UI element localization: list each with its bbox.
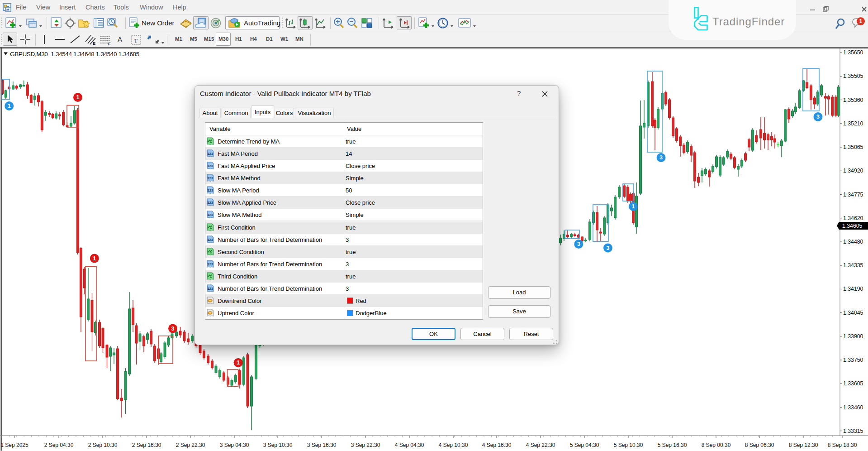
svg-text:8 Sep 18:30: 8 Sep 18:30: [828, 442, 857, 448]
svg-text:3: 3: [816, 114, 820, 120]
svg-text:1: 1: [859, 18, 863, 24]
svg-text:1.34480: 1.34480: [843, 239, 863, 245]
svg-text:1.33605: 1.33605: [843, 380, 863, 387]
svg-text:2 Sep 04:30: 2 Sep 04:30: [44, 442, 74, 448]
svg-text:3 Sep 16:30: 3 Sep 16:30: [307, 442, 337, 448]
svg-text:5 Sep 16:30: 5 Sep 16:30: [658, 442, 687, 448]
svg-text:123: 123: [207, 164, 213, 168]
svg-text:3: 3: [607, 245, 610, 251]
svg-text:1.33900: 1.33900: [843, 333, 863, 340]
svg-text:3: 3: [577, 241, 580, 247]
svg-text:123: 123: [207, 287, 213, 291]
svg-text:1.35360: 1.35360: [843, 97, 863, 103]
svg-text:8 Sep 00:30: 8 Sep 00:30: [702, 442, 731, 448]
svg-text:3: 3: [659, 154, 663, 161]
svg-text:1.35065: 1.35065: [843, 144, 863, 150]
svg-text:1 Sep 2025: 1 Sep 2025: [0, 442, 28, 448]
svg-text:2 Sep 16:30: 2 Sep 16:30: [132, 442, 161, 448]
svg-text:4 Sep 10:30: 4 Sep 10:30: [439, 442, 468, 448]
svg-text:1.34620: 1.34620: [843, 215, 863, 221]
svg-text:123: 123: [207, 152, 213, 156]
svg-text:123: 123: [207, 188, 213, 192]
svg-text:123: 123: [207, 238, 213, 242]
svg-text:1.35650: 1.35650: [843, 49, 863, 56]
svg-text:5 Sep 04:30: 5 Sep 04:30: [570, 442, 599, 448]
svg-text:5 Sep 10:30: 5 Sep 10:30: [614, 442, 643, 448]
svg-text:1: 1: [8, 103, 11, 109]
svg-text:8 Sep 06:30: 8 Sep 06:30: [745, 442, 774, 448]
svg-text:4 Sep 22:30: 4 Sep 22:30: [526, 442, 555, 448]
svg-text:GBPUSD,M30 1.34544 1.34648 1.: GBPUSD,M30 1.34544 1.34648 1.34540 1.346…: [10, 51, 139, 58]
svg-text:1.34045: 1.34045: [843, 310, 863, 316]
svg-text:3 Sep 04:30: 3 Sep 04:30: [220, 442, 249, 448]
svg-text:3 Sep 10:30: 3 Sep 10:30: [263, 442, 293, 448]
svg-text:1.34335: 1.34335: [843, 262, 863, 269]
svg-text:2 Sep 22:30: 2 Sep 22:30: [176, 442, 205, 448]
svg-text:4 Sep 16:30: 4 Sep 16:30: [482, 442, 512, 448]
svg-text:8 Sep 12:30: 8 Sep 12:30: [789, 442, 818, 448]
svg-text:1.35505: 1.35505: [843, 73, 863, 79]
svg-text:1.34605: 1.34605: [842, 223, 863, 229]
svg-text:123: 123: [207, 201, 213, 205]
svg-text:1: 1: [93, 255, 96, 262]
svg-text:1: 1: [632, 203, 635, 210]
svg-text:1.34920: 1.34920: [843, 168, 863, 174]
svg-text:1.33315: 1.33315: [843, 428, 863, 434]
svg-text:1.35210: 1.35210: [843, 120, 863, 127]
svg-text:4 Sep 04:30: 4 Sep 04:30: [395, 442, 424, 448]
svg-text:2 Sep 10:30: 2 Sep 10:30: [88, 442, 118, 448]
svg-text:1: 1: [76, 94, 80, 101]
svg-text:3: 3: [171, 326, 175, 332]
svg-text:1.33750: 1.33750: [843, 357, 863, 363]
svg-text:1.34775: 1.34775: [843, 192, 863, 198]
svg-text:1.33460: 1.33460: [843, 404, 863, 411]
svg-text:123: 123: [207, 213, 213, 217]
svg-text:123: 123: [207, 262, 213, 266]
svg-text:123: 123: [207, 176, 213, 180]
svg-text:1.34190: 1.34190: [843, 286, 863, 292]
svg-text:3 Sep 22:30: 3 Sep 22:30: [351, 442, 380, 448]
